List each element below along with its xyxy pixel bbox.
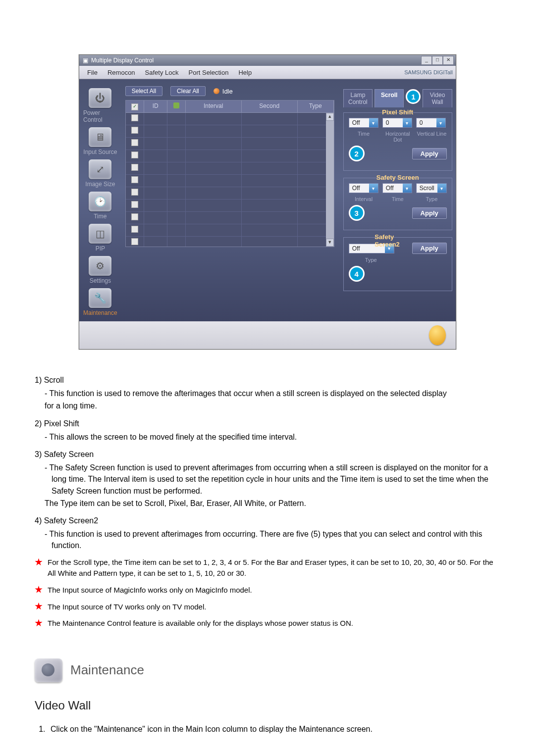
- table-row[interactable]: [126, 113, 334, 125]
- menu-help[interactable]: Help: [233, 68, 257, 77]
- select-all-button[interactable]: Select All: [125, 86, 162, 96]
- doc-item-line: for a long time.: [35, 400, 500, 411]
- time-icon: 🕑: [89, 192, 111, 211]
- group-icon: [173, 102, 179, 108]
- sidebar: ⏻ Power Control 🖥 Input Source ⤢ Image S…: [79, 79, 121, 321]
- row-checkbox[interactable]: [131, 189, 138, 196]
- row-checkbox[interactable]: [131, 114, 138, 121]
- section-title: Maintenance: [70, 661, 144, 680]
- grid-body: ▲ ▼: [126, 113, 334, 247]
- sidebar-item-label: PIP: [96, 245, 105, 252]
- table-row[interactable]: [126, 162, 334, 175]
- safety-screen-type-select[interactable]: Scroll▾: [416, 183, 447, 193]
- sidebar-item-label: Settings: [90, 277, 111, 284]
- idle-dot-icon: [214, 88, 219, 94]
- tab-scroll[interactable]: Scroll: [374, 89, 404, 107]
- table-row[interactable]: [126, 187, 334, 200]
- table-row[interactable]: [126, 224, 334, 237]
- col-interval[interactable]: Interval: [186, 101, 242, 112]
- doc-item: 4) Safety Screen2- This function is used…: [35, 515, 500, 552]
- doc-item-title: 3) Safety Screen: [35, 449, 500, 460]
- safety-screen2-group: Safety Screen2 Off▾ Apply Type 4: [343, 237, 452, 291]
- app-icon: ▣: [81, 56, 89, 64]
- row-checkbox[interactable]: [131, 127, 138, 134]
- sidebar-item-pip[interactable]: ◫ PIP: [83, 224, 117, 252]
- col-second[interactable]: Second: [242, 101, 298, 112]
- table-row[interactable]: [126, 175, 334, 187]
- col-group[interactable]: [167, 101, 186, 112]
- menu-port-selection[interactable]: Port Selection: [184, 68, 234, 77]
- row-checkbox[interactable]: [131, 238, 138, 245]
- row-checkbox[interactable]: [131, 226, 138, 233]
- doc-item: 3) Safety Screen- The Safety Screen func…: [35, 449, 500, 509]
- warning-icon: [429, 325, 446, 345]
- center-panel: Select All Clear All Idle ID Interval Se…: [121, 79, 338, 321]
- menu-file[interactable]: File: [82, 68, 103, 77]
- note-item: The Input source of MagicInfo works only…: [35, 585, 500, 596]
- tab-lamp-control[interactable]: Lamp Control: [343, 89, 373, 107]
- sidebar-item-settings[interactable]: ⚙ Settings: [83, 256, 117, 284]
- callout-3: 3: [349, 205, 365, 221]
- pixel-shift-legend: Pixel Shift: [378, 108, 417, 116]
- pixel-shift-time-select[interactable]: Off▾: [349, 118, 378, 128]
- col-type[interactable]: Type: [298, 101, 334, 112]
- statusbar: [79, 321, 456, 349]
- scroll-up-button[interactable]: ▲: [326, 113, 334, 121]
- menu-remocon[interactable]: Remocon: [103, 68, 140, 77]
- sidebar-item-time[interactable]: 🕑 Time: [83, 192, 117, 220]
- table-row[interactable]: [126, 138, 334, 150]
- pixel-shift-hdot-select[interactable]: 0▾: [382, 118, 412, 128]
- table-row[interactable]: [126, 212, 334, 224]
- right-panel: Lamp Control Scroll 1 Video Wall Pixel S…: [338, 79, 457, 321]
- safety-screen-time-select[interactable]: Off▾: [382, 183, 412, 193]
- chevron-down-icon: ▾: [403, 118, 412, 127]
- sidebar-item-maintenance[interactable]: 🔧 Maintenance: [83, 288, 117, 316]
- row-checkbox[interactable]: [131, 151, 138, 158]
- app-window: ▣ Multiple Display Control _ □ ✕ File Re…: [79, 54, 456, 350]
- pixel-shift-vline-select[interactable]: 0▾: [416, 118, 446, 128]
- pixel-shift-group: Pixel Shift Off▾ 0▾ 0▾ Time Horizontal D…: [343, 112, 452, 171]
- grid-header: ID Interval Second Type: [126, 101, 334, 113]
- scroll-down-button[interactable]: ▼: [326, 239, 334, 247]
- tabs: Lamp Control Scroll 1 Video Wall: [343, 89, 452, 107]
- minimize-button[interactable]: _: [421, 56, 432, 65]
- row-checkbox[interactable]: [131, 164, 138, 171]
- maximize-button[interactable]: □: [432, 56, 443, 65]
- row-checkbox[interactable]: [131, 201, 138, 208]
- row-checkbox[interactable]: [131, 139, 138, 146]
- sidebar-item-image-size[interactable]: ⤢ Image Size: [83, 159, 117, 188]
- table-row[interactable]: [126, 200, 334, 212]
- doc-item-title: 4) Safety Screen2: [35, 515, 500, 526]
- row-checkbox[interactable]: [131, 213, 138, 220]
- callout-1: 1: [406, 89, 421, 104]
- col-checkbox[interactable]: [126, 101, 144, 112]
- sidebar-item-input-source[interactable]: 🖥 Input Source: [83, 127, 117, 155]
- table-row[interactable]: [126, 237, 334, 247]
- tab-video-wall[interactable]: Video Wall: [423, 89, 452, 107]
- chevron-down-icon: ▾: [437, 184, 446, 193]
- table-row[interactable]: [126, 150, 334, 162]
- callout-4: 4: [349, 266, 365, 282]
- field-label: Type: [349, 257, 393, 263]
- power-icon: ⏻: [89, 88, 111, 108]
- sidebar-item-label: Maintenance: [83, 309, 117, 316]
- chevron-down-icon: ▾: [369, 184, 378, 193]
- titlebar: ▣ Multiple Display Control _ □ ✕: [79, 55, 456, 66]
- chevron-down-icon: ▾: [369, 118, 378, 127]
- close-button[interactable]: ✕: [443, 56, 454, 65]
- chevron-down-icon: ▾: [436, 118, 445, 127]
- safety-screen-apply-button[interactable]: Apply: [412, 207, 447, 219]
- sidebar-item-label: Image Size: [85, 181, 115, 188]
- menu-safety-lock[interactable]: Safety Lock: [140, 68, 184, 77]
- field-label: Vertical Line: [417, 131, 447, 143]
- clear-all-button[interactable]: Clear All: [170, 86, 206, 96]
- row-checkbox[interactable]: [131, 176, 138, 183]
- sidebar-item-power-control[interactable]: ⏻ Power Control: [83, 88, 117, 123]
- table-row[interactable]: [126, 125, 334, 138]
- safety-screen-interval-select[interactable]: Off▾: [349, 183, 378, 193]
- grid-scrollbar[interactable]: ▲ ▼: [326, 113, 334, 247]
- col-id[interactable]: ID: [144, 101, 167, 112]
- safety-screen2-legend: Safety Screen2: [371, 233, 425, 248]
- doc-item: 1) Scroll- This function is used to remo…: [35, 374, 500, 412]
- pixel-shift-apply-button[interactable]: Apply: [412, 148, 447, 159]
